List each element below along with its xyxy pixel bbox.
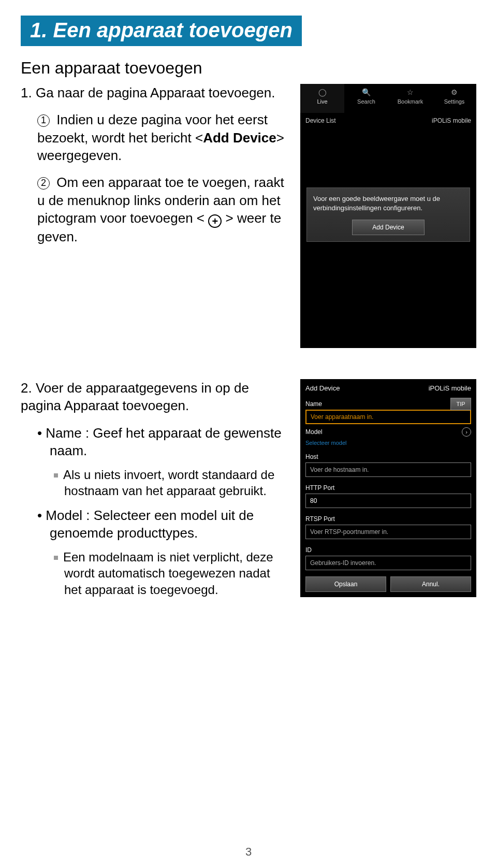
step1-sub1: 1 Indien u deze pagina voor het eerst be… <box>21 111 285 164</box>
plus-icon: + <box>208 214 222 228</box>
bookmark-icon: ☆ <box>388 88 432 96</box>
gear-icon: ⚙ <box>432 88 476 96</box>
tab-bookmark[interactable]: ☆Bookmark <box>388 84 432 113</box>
save-button[interactable]: Opslaan <box>305 576 386 592</box>
step1-intro: 1. Ga naar de pagina Apparaat toevoegen. <box>21 84 285 102</box>
http-port-field[interactable]: 80 <box>305 494 471 508</box>
chevron-right-icon[interactable]: › <box>462 427 471 437</box>
cancel-button[interactable]: Annul. <box>390 576 471 592</box>
search-icon: 🔍 <box>344 88 388 96</box>
model-select[interactable]: Selecteer model <box>305 440 471 446</box>
step1-sub1-bold: Add Device <box>203 130 276 146</box>
square-bullet-icon <box>54 473 58 478</box>
tab-live-label: Live <box>317 98 327 105</box>
tab-settings-label: Settings <box>444 98 465 105</box>
id-field[interactable]: Gebruikers-ID invoeren. <box>305 556 471 570</box>
bullet-model-sub: Een modelnaam is niet verplicht, deze wo… <box>21 549 285 598</box>
bullet-name-sub-text: Als u niets invoert, wordt standaard de … <box>63 468 274 498</box>
tab-live[interactable]: ◯Live <box>300 84 344 113</box>
label-model: Model <box>305 428 323 436</box>
subtitle: Een apparaat toevoegen <box>21 59 476 78</box>
phone-dialog: Voor een goede beeldweergave moet u de v… <box>306 187 470 242</box>
phone-mock-add-device: Add Device iPOLiS mobile TIP Name Voer a… <box>300 379 476 597</box>
page-number: 3 <box>0 845 497 859</box>
circled-1-icon: 1 <box>37 114 50 127</box>
tab-settings[interactable]: ⚙Settings <box>432 84 476 113</box>
bullet-model-text: Model : Selecteer een model uit de genoe… <box>46 508 254 541</box>
tab-search[interactable]: 🔍Search <box>344 84 388 113</box>
tab-search-label: Search <box>357 98 375 105</box>
square-bullet-icon <box>54 556 58 560</box>
label-http: HTTP Port <box>300 480 476 494</box>
add-device-button[interactable]: Add Device <box>352 220 425 235</box>
host-field[interactable]: Voer de hostnaam in. <box>305 462 471 477</box>
label-host: Host <box>300 449 476 462</box>
tip-button[interactable]: TIP <box>450 398 471 410</box>
form-header-left: Add Device <box>305 384 340 392</box>
phone-bar-right: iPOLiS mobile <box>432 117 471 124</box>
circled-2-icon: 2 <box>37 177 50 190</box>
bullet-model: • Model : Selecteer een model uit de gen… <box>21 507 285 542</box>
step1-sub2: 2 Om een apparaat toe te voegen, raakt u… <box>21 173 285 245</box>
step2-intro: 2. Voer de apparaatgegevens in op de pag… <box>21 379 285 415</box>
label-rtsp: RTSP Port <box>300 511 476 525</box>
bullet-model-sub-text: Een modelnaam is niet verplicht, deze wo… <box>63 550 273 596</box>
bullet-name-sub: Als u niets invoert, wordt standaard de … <box>21 467 285 499</box>
phone-dialog-text: Voor een goede beeldweergave moet u de v… <box>313 194 463 212</box>
bullet-name: • Name : Geef het apparaat de gewenste n… <box>21 424 285 460</box>
rtsp-port-field[interactable]: Voer RTSP-poortnummer in. <box>305 525 471 539</box>
section-title: 1. Een apparaat toevoegen <box>21 16 302 46</box>
phone-bar-left: Device List <box>305 117 336 124</box>
tab-bookmark-label: Bookmark <box>398 98 423 105</box>
label-name: Name <box>300 396 476 410</box>
form-header-right: iPOLiS mobile <box>429 384 471 392</box>
live-icon: ◯ <box>300 88 344 96</box>
phone-mock-device-list: ◯Live 🔍Search ☆Bookmark ⚙Settings Device… <box>300 84 476 348</box>
bullet-name-text: Name : Geef het apparaat de gewenste naa… <box>46 425 281 458</box>
name-field[interactable]: Voer apparaatnaam in. <box>305 410 471 424</box>
label-id: ID <box>300 542 476 556</box>
